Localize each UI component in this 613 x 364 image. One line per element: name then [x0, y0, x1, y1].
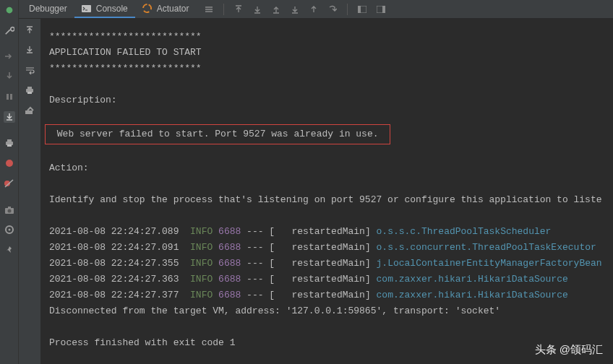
pin-icon[interactable]	[4, 244, 15, 256]
tab-debugger[interactable]: Debugger	[22, 0, 74, 18]
log-line: ***************************	[49, 63, 202, 74]
log-row-4: 2021-08-08 22:24:27.377 INFO 6688 --- [ …	[49, 290, 568, 300]
log-line: Identify and stop the process that's lis…	[49, 194, 602, 205]
log-line: Description:	[49, 95, 117, 105]
svg-rect-20	[27, 87, 32, 89]
console-output[interactable]: *************************** APPLICATION …	[40, 19, 613, 364]
error-text: Web server failed to start. Port 9527 wa…	[57, 129, 379, 139]
scroll-bottom-icon[interactable]	[23, 43, 36, 56]
svg-rect-16	[358, 6, 361, 13]
tab-label: Console	[96, 4, 128, 14]
toolbar-icons	[196, 0, 388, 18]
svg-point-13	[8, 229, 10, 231]
debug-tabs: Debugger Console Actuator	[19, 0, 613, 19]
svg-rect-21	[27, 92, 32, 94]
svg-point-0	[6, 7, 12, 14]
bug-icon[interactable]	[4, 4, 15, 16]
step-over-icon[interactable]	[4, 51, 15, 62]
pause-icon[interactable]	[4, 91, 15, 103]
softwrap-icon[interactable]	[23, 64, 36, 77]
log-row-2: 2021-08-08 22:24:27.355 INFO 6688 --- [ …	[49, 258, 602, 269]
svg-rect-22	[25, 110, 33, 114]
svg-rect-14	[82, 5, 91, 12]
svg-rect-4	[7, 139, 12, 142]
wrench-icon[interactable]	[4, 25, 15, 36]
tab-console[interactable]: Console	[74, 0, 135, 18]
svg-point-6	[6, 160, 13, 167]
watermark: 头条 @颌码汇	[535, 343, 603, 357]
arrow-up-icon[interactable]	[306, 2, 321, 17]
log-row-3: 2021-08-08 22:24:27.363 INFO 6688 --- [ …	[49, 274, 568, 285]
log-line: Action:	[49, 162, 89, 173]
down-to-icon[interactable]	[250, 2, 265, 17]
log-row-0: 2021-08-08 22:24:27.089 INFO 6688 --- [ …	[49, 226, 551, 237]
separator	[223, 4, 224, 15]
download2-icon[interactable]	[288, 2, 302, 17]
svg-rect-18	[382, 6, 385, 13]
print-icon[interactable]	[4, 137, 15, 149]
mute-breakpoints-icon[interactable]	[4, 178, 15, 189]
console-gutter	[19, 19, 40, 364]
log-line: ***************************	[49, 31, 202, 42]
console-icon	[82, 4, 92, 14]
camera-icon[interactable]	[4, 204, 15, 215]
separator	[347, 4, 348, 15]
step-into-icon[interactable]	[4, 71, 15, 82]
svg-rect-2	[10, 94, 12, 100]
layout-left-icon[interactable]	[355, 2, 369, 17]
breakpoint-icon[interactable]	[4, 157, 15, 169]
redo-down-icon[interactable]	[325, 2, 340, 17]
tab-label: Debugger	[29, 4, 67, 14]
error-highlight: Web server failed to start. Port 9527 wa…	[45, 124, 390, 144]
svg-rect-10	[8, 207, 11, 208]
log-line: Disconnected from the target VM, address…	[49, 306, 500, 316]
layout-right-icon[interactable]	[374, 2, 388, 17]
up-out-icon[interactable]	[231, 2, 246, 17]
scroll-top-icon[interactable]	[23, 23, 36, 36]
log-line: APPLICATION FAILED TO START	[49, 47, 202, 58]
filter-icon[interactable]	[202, 2, 216, 17]
actuator-icon	[142, 4, 153, 14]
upload-icon[interactable]	[269, 2, 283, 17]
svg-point-11	[7, 209, 11, 212]
settings-icon[interactable]	[4, 224, 15, 235]
svg-rect-5	[7, 144, 12, 147]
print2-icon[interactable]	[23, 84, 36, 97]
tab-label: Actuator	[157, 4, 189, 14]
clear-icon[interactable]	[23, 104, 36, 117]
svg-rect-1	[7, 94, 9, 100]
log-row-1: 2021-08-08 22:24:27.091 INFO 6688 --- [ …	[49, 242, 596, 253]
ide-tool-strip	[0, 0, 19, 364]
tab-actuator[interactable]: Actuator	[135, 0, 197, 18]
log-line: Process finished with exit code 1	[49, 337, 235, 348]
download-icon[interactable]	[4, 111, 15, 123]
